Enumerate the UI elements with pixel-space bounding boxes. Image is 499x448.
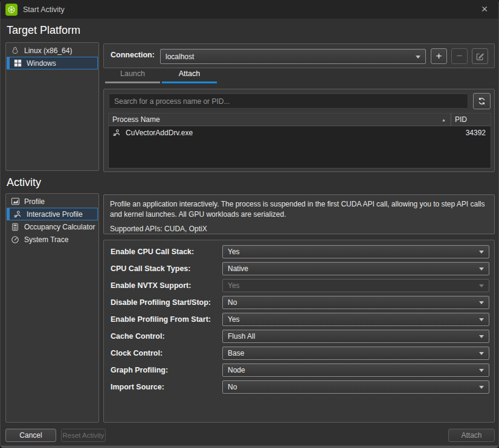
activity-description: Profile an application interactively. Th… bbox=[110, 199, 489, 220]
profile-chart-icon bbox=[10, 197, 20, 206]
option-value: Yes bbox=[228, 248, 240, 256]
connection-value: localhost bbox=[166, 53, 194, 61]
edit-connection-button[interactable] bbox=[472, 48, 488, 64]
process-table: Process Name ▲ PID bbox=[108, 113, 491, 168]
import-source-dropdown[interactable]: No bbox=[222, 380, 489, 394]
disable-profiling-start-stop-dropdown[interactable]: No bbox=[222, 296, 489, 309]
enable-profiling-from-start-dropdown[interactable]: Yes bbox=[222, 313, 489, 326]
cancel-button[interactable]: Cancel bbox=[5, 429, 56, 442]
windows-logo-icon bbox=[13, 59, 22, 68]
enable-cpu-call-stack-dropdown[interactable]: Yes bbox=[222, 245, 489, 258]
option-value: Yes bbox=[228, 281, 240, 290]
cpu-call-stack-types-dropdown[interactable]: Native bbox=[222, 262, 489, 275]
tab-launch[interactable]: Launch bbox=[105, 69, 160, 83]
option-value: No bbox=[228, 298, 237, 307]
option-label-cache-control: Cache Control: bbox=[111, 332, 165, 341]
tab-attach-underline bbox=[162, 82, 217, 83]
tab-launch-label: Launch bbox=[120, 69, 145, 78]
tab-attach[interactable]: Attach bbox=[162, 69, 217, 83]
platform-item-label: Linux (x86_64) bbox=[24, 46, 72, 55]
activity-description-panel: Profile an application interactively. Th… bbox=[103, 194, 495, 234]
refresh-button[interactable] bbox=[473, 93, 491, 109]
process-person-icon bbox=[112, 129, 122, 137]
activity-item-profile[interactable]: Profile bbox=[7, 195, 98, 208]
option-value: Yes bbox=[228, 315, 240, 324]
column-header-pid[interactable]: PID bbox=[451, 114, 491, 126]
option-label-enable-cpu-call-stack: Enable CPU Call Stack: bbox=[111, 248, 194, 256]
platform-item-label: Windows bbox=[27, 59, 56, 68]
interactive-profile-person-icon bbox=[13, 210, 22, 219]
table-row[interactable]: CuVectorAddDrv.exe 34392 bbox=[109, 126, 491, 139]
activity-item-label: Interactive Profile bbox=[27, 210, 83, 219]
activity-item-label: Occupancy Calculator bbox=[24, 223, 95, 231]
process-pid-cell: 34392 bbox=[453, 129, 491, 137]
option-label-enable-nvtx-support: Enable NVTX Support: bbox=[111, 281, 191, 290]
process-name-cell: CuVectorAddDrv.exe bbox=[126, 129, 453, 137]
window-title: Start Activity bbox=[23, 5, 65, 14]
option-value: Flush All bbox=[228, 332, 255, 341]
option-value: Node bbox=[228, 366, 245, 374]
connection-panel: Connection: localhost + − bbox=[103, 43, 495, 68]
process-table-header[interactable]: Process Name ▲ PID bbox=[109, 114, 491, 126]
activity-item-label: System Trace bbox=[24, 235, 68, 244]
options-panel: Enable CPU Call Stack: Yes CPU Call Stac… bbox=[103, 240, 495, 423]
option-label-import-source: Import Source: bbox=[111, 383, 164, 391]
activity-item-system-trace[interactable]: System Trace bbox=[7, 233, 98, 246]
option-label-enable-profiling-from-start: Enable Profiling From Start: bbox=[111, 315, 211, 324]
option-label-clock-control: Clock Control: bbox=[111, 349, 163, 357]
window-bottom-edge bbox=[1, 446, 498, 448]
process-search-input[interactable] bbox=[109, 94, 468, 109]
title-bar: Start Activity × bbox=[1, 0, 498, 19]
close-button[interactable]: × bbox=[474, 0, 495, 19]
option-label-disable-profiling-start-stop: Disable Profiling Start/Stop: bbox=[111, 298, 211, 307]
add-connection-button[interactable]: + bbox=[431, 48, 447, 64]
platform-item-linux[interactable]: Linux (x86_64) bbox=[7, 44, 98, 57]
edit-pencil-icon bbox=[475, 52, 485, 61]
platform-item-windows[interactable]: Windows bbox=[7, 57, 98, 69]
tab-launch-underline bbox=[105, 82, 160, 83]
graph-profiling-dropdown[interactable]: Node bbox=[222, 363, 489, 377]
option-value: Native bbox=[228, 264, 248, 273]
refresh-icon bbox=[477, 97, 486, 106]
option-label-cpu-call-stack-types: CPU Call Stack Types: bbox=[111, 264, 190, 273]
option-label-graph-profiling: Graph Profiling: bbox=[111, 366, 168, 374]
option-value: Base bbox=[228, 349, 244, 357]
connection-dropdown[interactable]: localhost bbox=[160, 49, 426, 64]
activity-item-label: Profile bbox=[24, 197, 45, 206]
activity-heading: Activity bbox=[7, 176, 41, 189]
system-trace-gauge-icon bbox=[10, 235, 20, 245]
remove-connection-button[interactable]: − bbox=[451, 48, 468, 64]
linux-penguin-icon bbox=[10, 46, 20, 56]
clock-control-dropdown[interactable]: Base bbox=[222, 347, 489, 360]
supported-apis: Supported APIs: CUDA, OptiX bbox=[110, 224, 489, 234]
connection-label: Connection: bbox=[111, 51, 155, 59]
calculator-icon bbox=[10, 222, 20, 232]
target-platform-heading: Target Platform bbox=[7, 24, 80, 37]
nsight-compute-logo-icon bbox=[5, 4, 18, 16]
process-name-header-label: Process Name bbox=[112, 115, 160, 124]
sort-ascending-icon: ▲ bbox=[442, 118, 446, 122]
option-value: No bbox=[228, 383, 237, 391]
column-header-process-name[interactable]: Process Name ▲ bbox=[109, 114, 451, 126]
process-panel: Process Name ▲ PID bbox=[103, 89, 495, 172]
tab-attach-label: Attach bbox=[179, 69, 200, 78]
attach-button[interactable]: Attach bbox=[448, 429, 495, 442]
pid-header-label: PID bbox=[455, 115, 467, 124]
reset-activity-button[interactable]: Reset Activity bbox=[61, 429, 106, 442]
platform-list: Linux (x86_64) Windows bbox=[5, 42, 99, 171]
activity-item-interactive-profile[interactable]: Interactive Profile bbox=[7, 208, 98, 220]
enable-nvtx-support-dropdown: Yes bbox=[222, 279, 489, 292]
activity-list: Profile Interactive Profile bbox=[5, 193, 99, 423]
start-activity-dialog: Start Activity × Target Platform Linux (… bbox=[0, 0, 499, 448]
activity-item-occupancy-calculator[interactable]: Occupancy Calculator bbox=[7, 220, 98, 233]
cache-control-dropdown[interactable]: Flush All bbox=[222, 330, 489, 343]
